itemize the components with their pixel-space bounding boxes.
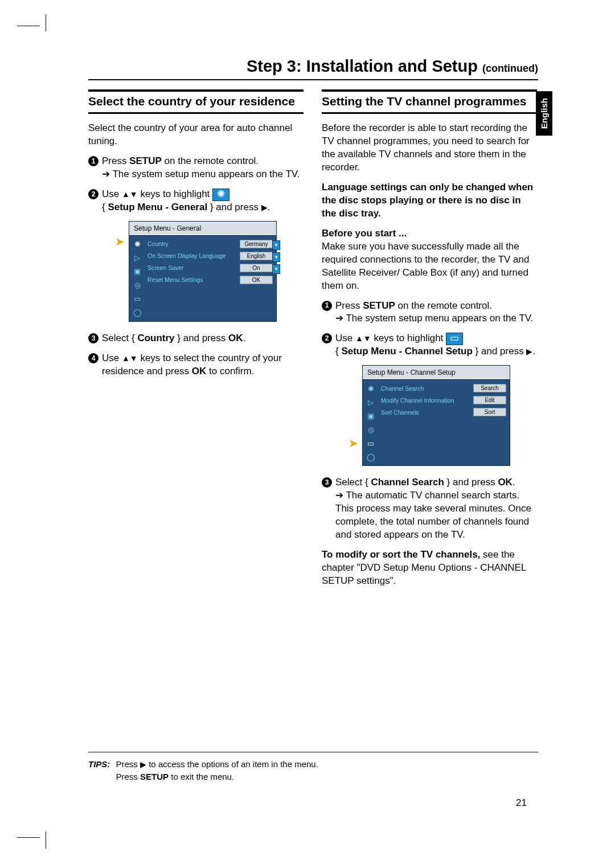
menu-header: Setup Menu - Channel Setup: [363, 366, 510, 380]
menu-row-label: Reset Menu Settings: [147, 276, 203, 283]
menu-row-value: Search: [473, 384, 506, 392]
up-down-icon: ▲▼: [355, 334, 371, 343]
right-triangle-icon: ▶: [526, 347, 532, 356]
menu-row-value: Edit: [473, 396, 506, 404]
menu-row-value: OK: [240, 276, 273, 284]
text: Use: [102, 189, 122, 199]
modify-label: To modify or sort the TV channels,: [322, 549, 480, 560]
menu-row: Reset Menu Settings OK: [147, 274, 273, 286]
step-number-2: 2: [322, 333, 332, 343]
result-text: The system setup menu appears on the TV.: [112, 169, 300, 179]
text: on the remote control.: [162, 155, 259, 166]
gear-icon: ✺: [212, 189, 229, 201]
text: keys to highlight: [138, 189, 212, 199]
step-1: 1 Press SETUP on the remote control. ➔ T…: [88, 155, 304, 181]
result-arrow-icon: ➔: [102, 169, 112, 179]
crop-mark: [17, 837, 40, 838]
tv-icon: ▭: [132, 294, 142, 304]
menu-header: Setup Menu - General: [129, 222, 276, 236]
page-title: Step 3: Installation and Setup (continue…: [88, 57, 538, 80]
text: to access the options of an item in the …: [146, 759, 318, 769]
right-column: Setting the TV channel programmes Before…: [322, 89, 537, 595]
text: Press: [102, 155, 129, 166]
step-2: 2 Use ▲▼ keys to highlight ▭ { Setup Men…: [322, 332, 537, 358]
record-icon: ▣: [132, 267, 142, 277]
step-number-1: 1: [88, 156, 99, 166]
menu-row-label: Modify Channel Information: [381, 397, 454, 404]
text: .: [243, 333, 246, 343]
text: to exit the menu.: [169, 772, 234, 781]
step-1: 1 Press SETUP on the remote control. ➔ T…: [322, 300, 537, 326]
pointer-icon: ➤: [115, 236, 125, 247]
pointer-icon: ➤: [348, 437, 358, 449]
crop-mark: [17, 26, 40, 26]
menu-row-value: English: [240, 252, 273, 260]
step-number-3: 3: [322, 477, 332, 488]
note-text: Language settings can only be changed wh…: [322, 181, 537, 220]
step-number-1: 1: [322, 301, 332, 311]
result-text: The system setup menu appears on the TV.: [346, 313, 533, 324]
menu-row-value: Germany: [240, 240, 273, 248]
tv-icon: ▭: [366, 438, 376, 448]
check-icon: ◯: [366, 452, 376, 462]
gear-icon: ✺: [132, 239, 142, 249]
menu-row: Sort Channels Sort: [381, 406, 506, 418]
tv-icon: ▭: [446, 333, 463, 345]
crop-mark: [46, 14, 46, 31]
option-name: Channel Search: [371, 477, 444, 488]
up-down-icon: ▲▼: [122, 354, 138, 363]
tips-footer: TIPS: Press ▶ to access the options of a…: [88, 752, 538, 783]
step-number-3: 3: [88, 333, 99, 343]
right-triangle-icon: ▶: [261, 203, 268, 212]
text: Press: [335, 300, 363, 311]
text: on the remote control.: [395, 300, 492, 311]
menu-icon-column: ✺ ▷ ▣ ◎ ▭ ◯: [129, 236, 145, 321]
text: {: [102, 202, 108, 212]
step-number-4: 4: [88, 353, 99, 363]
menu-name: Setup Menu - Channel Setup: [341, 346, 472, 357]
menu-row-value: On: [240, 264, 273, 272]
tips-label: TIPS:: [88, 759, 110, 769]
menu-row-label: Screen Saver: [147, 264, 184, 271]
before-label: Before you start ...: [322, 228, 407, 239]
menu-row-label: Country: [147, 240, 169, 247]
record-icon: ▣: [366, 411, 376, 421]
play-icon: ▷: [132, 253, 142, 263]
menu-row-label: On Screen Display Language: [147, 252, 226, 259]
setup-label: SETUP: [129, 155, 162, 166]
play-icon: ▷: [366, 397, 376, 407]
disc-icon: ◎: [132, 280, 142, 290]
page-number: 21: [516, 797, 527, 809]
section-heading-residence: Select the country of your residence: [88, 92, 304, 113]
text: Select {: [102, 333, 137, 343]
menu-row-value: Sort: [473, 408, 506, 416]
right-triangle-icon: ▶: [140, 760, 146, 769]
disc-icon: ◎: [366, 424, 376, 435]
menu-icon-column: ✺ ▷ ▣ ◎ ▭ ◯: [363, 380, 379, 465]
setup-label: SETUP: [140, 772, 169, 781]
text: to confirm.: [206, 366, 254, 376]
before-you-start: Before you start ... Make sure you have …: [322, 227, 537, 293]
text: } and press: [175, 333, 229, 343]
check-icon: ◯: [132, 308, 142, 318]
before-text: Make sure you have successfully made all…: [322, 241, 529, 291]
gear-icon: ✺: [366, 383, 376, 394]
ok-label: OK: [228, 333, 243, 343]
ok-label: OK: [192, 366, 207, 376]
menu-row-label: Sort Channels: [381, 409, 419, 416]
result-arrow-icon: ➔: [335, 313, 346, 324]
text: Press: [116, 759, 141, 769]
ok-label: OK: [498, 477, 512, 488]
step-3: 3 Select { Channel Search } and press OK…: [322, 476, 537, 542]
title-continued: (continued): [482, 63, 538, 74]
result-text: The automatic TV channel search starts. …: [335, 490, 531, 540]
text: .: [512, 477, 515, 488]
menu-screenshot-channel: ➤ Setup Menu - Channel Setup ✺ ▷ ▣ ◎ ▭ ◯: [322, 365, 537, 466]
menu-row: Screen Saver On: [147, 262, 273, 274]
intro-text: Before the recorder is able to start rec…: [322, 122, 537, 174]
text: Press: [116, 772, 141, 781]
modify-note: To modify or sort the TV channels, see t…: [322, 548, 537, 588]
menu-row: Modify Channel Information Edit: [381, 394, 506, 406]
option-name: Country: [137, 333, 174, 343]
section-heading-channels: Setting the TV channel programmes: [322, 92, 537, 113]
